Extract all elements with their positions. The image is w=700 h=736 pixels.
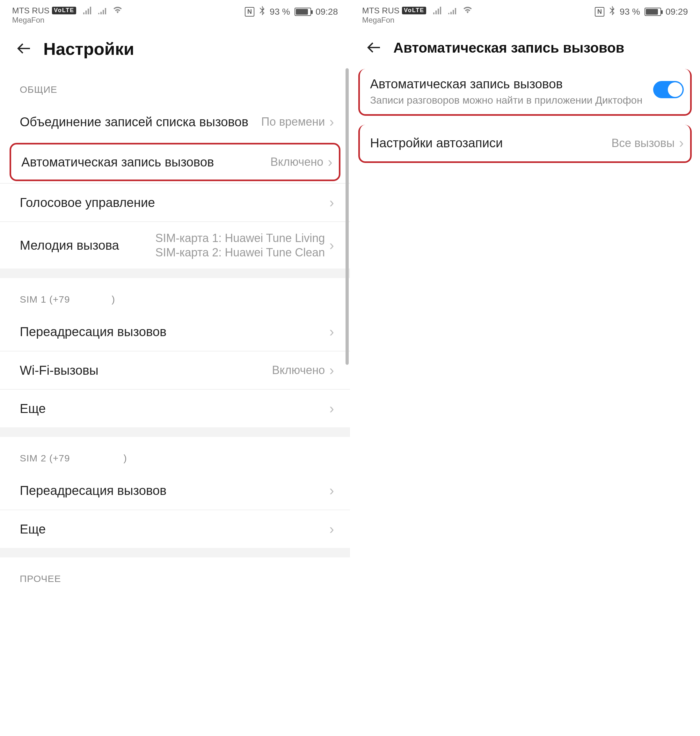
chevron-right-icon: › bbox=[329, 114, 334, 130]
clock-text: 09:28 bbox=[316, 7, 338, 17]
row-title: Мелодия вызова bbox=[20, 237, 155, 253]
carrier-text: MTS RUS bbox=[362, 6, 399, 15]
nfc-icon: N bbox=[595, 7, 604, 16]
scrollbar[interactable] bbox=[346, 68, 349, 365]
row-sim1-forwarding[interactable]: Переадресация вызовов › bbox=[0, 312, 350, 351]
row-ringtone[interactable]: Мелодия вызова SIM-карта 1: Huawei Tune … bbox=[0, 221, 350, 268]
row-auto-record-toggle[interactable]: Автоматическая запись вызовов Записи раз… bbox=[358, 69, 692, 116]
status-bar: MTS RUS VoLTE MegaFon N 93 % 09:28 bbox=[0, 0, 350, 26]
row-title: Объединение записей списка вызовов bbox=[20, 114, 262, 130]
battery-percent: 93 % bbox=[620, 7, 640, 17]
row-value: По времени bbox=[262, 115, 325, 129]
chevron-right-icon: › bbox=[329, 483, 334, 498]
row-value: Все вызовы bbox=[612, 136, 675, 150]
page-title: Настройки bbox=[43, 39, 134, 59]
chevron-right-icon: › bbox=[328, 154, 332, 170]
carrier-text: MTS RUS bbox=[12, 6, 49, 15]
back-arrow-icon[interactable] bbox=[366, 39, 381, 57]
row-value: Включено bbox=[272, 363, 325, 377]
signal2-icon bbox=[98, 7, 106, 14]
row-title: Еще bbox=[20, 400, 329, 417]
carrier2-text: MegaFon bbox=[12, 16, 122, 24]
signal2-icon bbox=[448, 7, 456, 14]
row-value-line1: SIM-карта 1: Huawei Tune Living bbox=[155, 231, 325, 245]
row-title: Автоматическая запись вызовов bbox=[21, 154, 270, 170]
signal-icon bbox=[433, 7, 441, 14]
row-sim2-forwarding[interactable]: Переадресация вызовов › bbox=[0, 471, 350, 509]
row-auto-record[interactable]: Автоматическая запись вызовов Включено › bbox=[10, 143, 340, 181]
toggle-switch[interactable] bbox=[653, 81, 684, 98]
battery-icon bbox=[644, 8, 661, 16]
volte-badge: VoLTE bbox=[52, 7, 76, 14]
row-title: Wi-Fi-вызовы bbox=[20, 362, 272, 378]
bluetooth-icon bbox=[259, 6, 265, 18]
bluetooth-icon bbox=[609, 6, 615, 18]
chevron-right-icon: › bbox=[329, 400, 334, 417]
chevron-right-icon: › bbox=[329, 362, 334, 378]
back-arrow-icon[interactable] bbox=[16, 40, 31, 58]
header: Настройки bbox=[0, 26, 350, 68]
row-sim1-more[interactable]: Еще › bbox=[0, 389, 350, 427]
volte-badge: VoLTE bbox=[402, 7, 426, 14]
row-title: Голосовое управление bbox=[20, 194, 329, 210]
row-subtitle: Записи разговоров можно найти в приложен… bbox=[370, 94, 653, 107]
section-sim2-label: SIM 2 (+79 ) bbox=[0, 437, 350, 471]
battery-percent: 93 % bbox=[270, 7, 290, 17]
row-title: Переадресация вызовов bbox=[20, 324, 329, 340]
battery-icon bbox=[294, 8, 311, 16]
section-other-label: ПРОЧЕЕ bbox=[0, 558, 350, 592]
page-title: Автоматическая запись вызовов bbox=[393, 40, 625, 56]
row-title: Еще bbox=[20, 521, 329, 537]
row-value-line2: SIM-карта 2: Huawei Tune Clean bbox=[155, 245, 325, 259]
carrier2-text: MegaFon bbox=[362, 16, 472, 24]
chevron-right-icon: › bbox=[679, 135, 684, 151]
section-general-label: ОБЩИЕ bbox=[0, 68, 350, 103]
row-title: Переадресация вызовов bbox=[20, 483, 329, 498]
row-value: Включено bbox=[270, 155, 323, 169]
row-merge-records[interactable]: Объединение записей списка вызовов По вр… bbox=[0, 103, 350, 141]
section-sim1-label: SIM 1 (+79 ) bbox=[0, 278, 350, 312]
chevron-right-icon: › bbox=[329, 194, 334, 210]
signal-icon bbox=[83, 7, 91, 14]
row-title: Настройки автозаписи bbox=[370, 135, 612, 151]
row-title: Автоматическая запись вызовов bbox=[370, 76, 653, 92]
chevron-right-icon: › bbox=[329, 521, 334, 537]
status-bar: MTS RUS VoLTE MegaFon N 93 % 09:29 bbox=[350, 0, 700, 26]
nfc-icon: N bbox=[245, 7, 254, 16]
wifi-icon bbox=[463, 6, 472, 15]
chevron-right-icon: › bbox=[329, 324, 334, 340]
row-sim1-wifi-calls[interactable]: Wi-Fi-вызовы Включено › bbox=[0, 351, 350, 389]
row-voice-control[interactable]: Голосовое управление › bbox=[0, 183, 350, 221]
row-sim2-more[interactable]: Еще › bbox=[0, 509, 350, 548]
clock-text: 09:29 bbox=[666, 7, 688, 17]
header: Автоматическая запись вызовов bbox=[350, 26, 700, 66]
wifi-icon bbox=[113, 6, 122, 15]
chevron-right-icon: › bbox=[329, 237, 334, 253]
row-auto-record-settings[interactable]: Настройки автозаписи Все вызовы › bbox=[358, 125, 692, 163]
